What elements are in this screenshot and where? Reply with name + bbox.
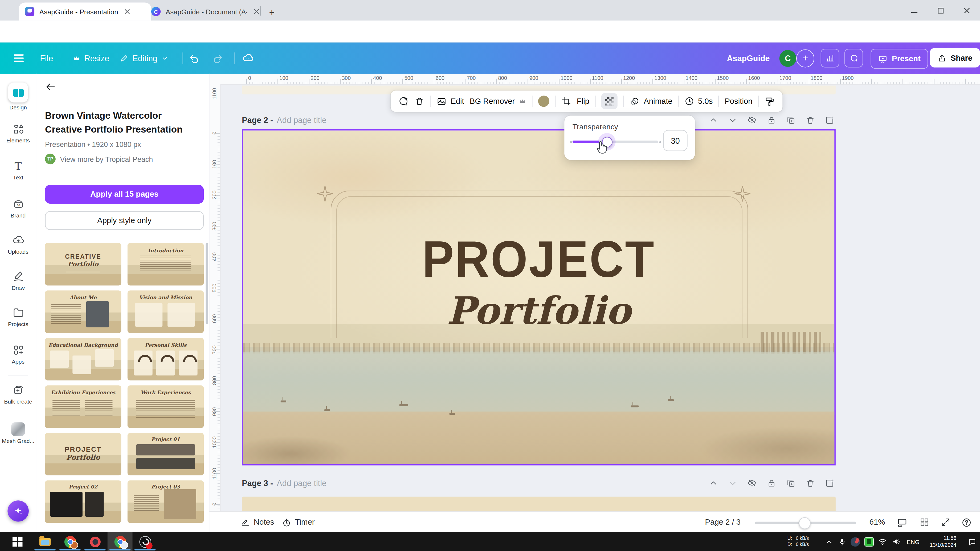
sidebar-item-apps[interactable]: Apps (0, 344, 36, 365)
tab-presentation[interactable]: AsapGuide - Presentation (19, 2, 151, 21)
obs-studio-button[interactable] (133, 532, 158, 551)
comments-button[interactable] (845, 49, 863, 67)
user-avatar[interactable]: C (780, 50, 796, 67)
cloud-sync-button[interactable] (242, 43, 254, 74)
presenter-view-button[interactable] (897, 511, 908, 533)
sidebar-item-design[interactable]: Design (0, 83, 36, 111)
zoom-slider-thumb[interactable] (799, 517, 811, 529)
back-button[interactable] (45, 81, 56, 92)
thumbnail-project-01[interactable]: Project 01 (127, 433, 204, 475)
window-maximize-button[interactable] (928, 0, 954, 21)
add-page-icon[interactable] (823, 114, 836, 126)
undo-button[interactable] (189, 43, 199, 74)
microphone-tray-icon[interactable] (836, 532, 848, 551)
apply-style-only-button[interactable]: Apply style only (45, 211, 204, 230)
file-explorer-button[interactable] (32, 532, 57, 551)
chrome-profile1-button[interactable] (57, 532, 83, 551)
slider-thumb[interactable] (602, 137, 612, 148)
tab-close-icon[interactable] (252, 7, 261, 16)
new-tab-button[interactable]: + (265, 5, 279, 19)
thumbnail-exhibition-experiences[interactable]: Exhibition Experiences (45, 386, 121, 428)
volume-tray-icon[interactable] (890, 532, 902, 551)
sidebar-item-mesh-gradient[interactable]: Mesh Grad... (0, 422, 36, 444)
duplicate-page-icon[interactable] (784, 477, 797, 489)
sidebar-item-bulk-create[interactable]: Bulk create (0, 384, 36, 405)
page-3-label[interactable]: Page 3 - (242, 478, 273, 487)
sidebar-item-uploads[interactable]: Uploads (0, 234, 36, 255)
chrome-profile2-button-active[interactable] (108, 532, 133, 551)
flip-button[interactable]: Flip (577, 97, 589, 106)
sidebar-item-projects[interactable]: Projects (0, 306, 36, 327)
delete-element-button[interactable] (414, 96, 425, 106)
copy-style-button[interactable] (764, 96, 775, 106)
edit-image-button[interactable]: Edit (436, 96, 464, 106)
zoom-level-button[interactable]: 61% (870, 511, 885, 533)
recorder-app-button[interactable] (83, 532, 108, 551)
canva-assistant-button[interactable] (8, 500, 29, 522)
file-menu[interactable]: File (40, 43, 53, 74)
page-2-label[interactable]: Page 2 - (242, 115, 273, 125)
animate-button[interactable]: Animate (629, 96, 673, 106)
page-2-canvas[interactable]: PROJECT Portfolio (242, 129, 836, 465)
help-button[interactable] (961, 511, 972, 533)
transparency-value-field[interactable]: 30 (663, 130, 687, 151)
tab-document[interactable]: C AsapGuide - Document (A4) - C (145, 2, 270, 21)
recording-tray-icon[interactable] (849, 532, 861, 551)
thumbnail-project-03[interactable]: Project 03 (127, 481, 204, 523)
green-app-tray-icon[interactable] (862, 532, 875, 551)
notification-center-button[interactable] (965, 532, 979, 551)
thumbnail-project-portfolio-current[interactable]: PROJECT Portfolio (45, 433, 121, 475)
move-page-up-icon[interactable] (707, 114, 719, 126)
zoom-slider[interactable] (755, 522, 856, 524)
language-indicator[interactable]: ENG (904, 532, 923, 551)
hide-page-icon[interactable] (746, 477, 758, 489)
sidebar-item-draw[interactable]: Draw (0, 270, 36, 291)
page-3-title-placeholder[interactable]: Add page title (277, 478, 326, 487)
sidebar-item-elements[interactable]: Elements (0, 122, 36, 144)
position-button[interactable]: Position (725, 97, 752, 106)
transparency-slider[interactable] (573, 141, 658, 143)
delete-page-icon[interactable] (804, 114, 816, 126)
thumbnail-vision-mission[interactable]: Vision and Mission (127, 291, 204, 333)
color-swatch[interactable] (538, 95, 549, 107)
thumbnail-work-experiences[interactable]: Work Experiences (127, 386, 204, 428)
add-page-icon[interactable] (823, 477, 836, 489)
window-minimize-button[interactable] (901, 0, 928, 21)
apply-all-pages-button[interactable]: Apply all 15 pages (45, 185, 204, 204)
thumbnail-project-02[interactable]: Project 02 (45, 481, 121, 523)
page-3-canvas[interactable] (242, 497, 836, 511)
comment-button[interactable] (398, 96, 409, 106)
thumbnail-introduction[interactable]: Introduction (127, 243, 204, 286)
redo-button[interactable] (213, 43, 223, 74)
thumbnail-educational-background[interactable]: Educational Background (45, 338, 121, 381)
move-page-down-icon[interactable] (726, 114, 739, 126)
sidebar-item-brand[interactable]: co Brand (0, 197, 36, 219)
share-button[interactable]: Share (930, 48, 980, 68)
wifi-tray-icon[interactable] (876, 532, 889, 551)
slide-title-text[interactable]: PROJECT (243, 234, 834, 285)
start-button[interactable] (5, 532, 30, 551)
transparency-button[interactable] (601, 93, 617, 110)
resize-menu[interactable]: Resize (72, 43, 109, 74)
hide-page-icon[interactable] (746, 114, 758, 126)
fullscreen-button[interactable] (940, 511, 951, 533)
add-member-button[interactable]: + (796, 49, 815, 67)
clock-tray[interactable]: 11:56 13/10/2024 (924, 532, 963, 551)
creator-link[interactable]: TP View more by Tropical Peach (45, 154, 153, 164)
timer-button[interactable]: Timer (282, 511, 315, 533)
present-button[interactable]: Present (870, 49, 928, 69)
duplicate-page-icon[interactable] (784, 114, 797, 126)
tray-expand-button[interactable] (822, 532, 835, 551)
slide-subtitle-text[interactable]: Portfolio (243, 292, 834, 329)
panel-scrollbar[interactable] (205, 243, 208, 324)
crop-button[interactable] (561, 96, 571, 106)
thumbnail-cover[interactable]: CREATIVE Portfolio (45, 243, 121, 286)
main-menu-button[interactable] (14, 43, 24, 74)
thumbnail-about-me[interactable]: About Me (45, 291, 121, 333)
lock-page-icon[interactable] (765, 114, 778, 126)
bar-chart-button[interactable] (821, 49, 839, 67)
move-page-up-icon[interactable] (707, 477, 719, 489)
sidebar-item-text[interactable]: T Text (0, 160, 36, 181)
delete-page-icon[interactable] (804, 477, 816, 489)
duration-button[interactable]: 5.0s (684, 96, 713, 106)
